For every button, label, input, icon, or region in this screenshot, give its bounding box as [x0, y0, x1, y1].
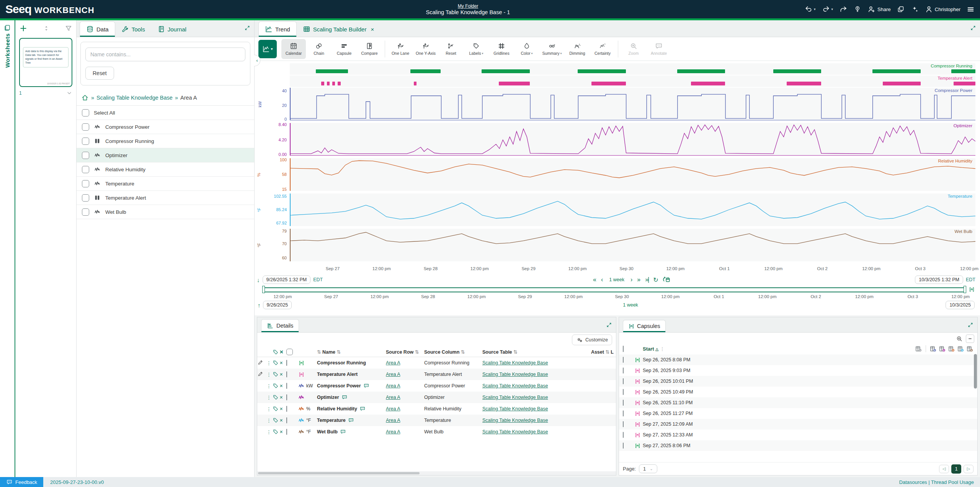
page-select[interactable]: 1⌄ — [639, 464, 657, 473]
customize-button[interactable]: Customize — [572, 335, 612, 345]
capsule-row[interactable]: Sep 26, 2025 8:08 PM — [619, 354, 977, 365]
capsule-lane-plot[interactable]: Compressor Running — [290, 63, 975, 75]
capsule-row-checkbox[interactable] — [623, 357, 624, 363]
signal-plot-compressor-power[interactable]: Compressor Power — [290, 88, 975, 120]
kebab-menu-icon[interactable]: ⋮ — [266, 406, 272, 412]
data-item-checkbox[interactable] — [82, 166, 89, 173]
details-row-compressor-running[interactable]: ⋮✕Compressor RunningArea ACompressor Run… — [257, 357, 616, 369]
tab-journal[interactable]: Journal — [151, 22, 193, 37]
source-table-link[interactable]: Scaling Table Knowledge Base — [482, 395, 566, 400]
signal-plot-temperature[interactable]: Temperature — [290, 193, 975, 226]
details-col-source-table[interactable]: Source Table ⇅ — [482, 349, 566, 355]
display-range-start[interactable]: 9/26/2025 1:32 PM — [263, 275, 311, 284]
details-row-checkbox[interactable] — [286, 394, 287, 400]
reset-button[interactable]: Reset — [85, 67, 114, 80]
search-input[interactable] — [85, 48, 245, 61]
capsule-bar[interactable] — [951, 69, 975, 73]
source-table-link[interactable]: Scaling Table Knowledge Base — [482, 429, 566, 435]
capsule-lane-plot[interactable]: Temperature Alert — [290, 75, 975, 87]
remove-item-icon[interactable]: ✕ — [279, 372, 286, 377]
remove-all-icon[interactable]: ✕ — [279, 349, 286, 355]
details-col-source-row[interactable]: Source Row ⇅ — [386, 349, 424, 355]
overview-scrollbar[interactable] — [263, 287, 965, 292]
details-row-checkbox[interactable] — [286, 371, 287, 377]
windows-button[interactable] — [897, 5, 905, 13]
add-column-icon[interactable] — [915, 345, 922, 353]
status-links[interactable]: Datasources | Thread Pool Usage — [899, 479, 980, 485]
toolbar-labels[interactable]: Labels ▾ — [464, 39, 488, 59]
data-item-checkbox[interactable] — [82, 208, 89, 216]
data-item-checkbox[interactable] — [82, 123, 89, 131]
data-item-checkbox[interactable] — [82, 194, 89, 202]
redo-button[interactable]: ▾ — [822, 5, 833, 13]
source-table-link[interactable]: Scaling Table Knowledge Base — [482, 418, 566, 423]
capsule-bar[interactable] — [591, 82, 626, 85]
capsule-row-checkbox[interactable] — [623, 432, 624, 438]
capsule-bar[interactable] — [787, 82, 821, 85]
capsule-bar[interactable] — [321, 82, 324, 85]
undo-button[interactable]: ▾ — [804, 5, 816, 13]
details-horizontal-scrollbar[interactable] — [257, 471, 616, 475]
investigate-range-start[interactable]: 9/26/2025 — [263, 301, 292, 309]
capsule-bar[interactable] — [578, 69, 626, 73]
details-col-asset[interactable]: Asset ⇅ L — [566, 349, 614, 355]
tab-details[interactable]: Details — [261, 319, 299, 332]
zoom-to-capsule-button[interactable] — [955, 335, 964, 343]
toolbar-capsule[interactable]: Capsule — [332, 39, 356, 59]
data-item-compressor-running[interactable]: Compressor Running — [77, 134, 254, 148]
capsule-bar[interactable] — [883, 82, 921, 85]
capsule-bar[interactable] — [338, 82, 340, 85]
data-item-checkbox[interactable] — [82, 138, 89, 145]
data-item-wet-bulb[interactable]: Wet Bulb — [77, 205, 254, 219]
capsule-bar[interactable] — [691, 82, 725, 85]
kebab-menu-icon[interactable]: ⋮ — [266, 429, 272, 435]
kebab-menu-icon[interactable]: ⋮ — [266, 360, 272, 366]
add-column-icon[interactable] — [948, 345, 955, 353]
add-column-icon[interactable] — [966, 345, 973, 353]
investigate-duration[interactable]: 1 week — [623, 302, 638, 308]
source-row-link[interactable]: Area A — [386, 372, 424, 377]
worksheet-thumbnail[interactable]: Add data to this display via the Data ta… — [19, 38, 72, 87]
remove-item-icon[interactable]: ✕ — [279, 384, 286, 389]
capsule-row-checkbox[interactable] — [623, 389, 624, 395]
close-tab-icon[interactable]: × — [371, 26, 374, 33]
tab-capsules[interactable]: Capsules — [623, 320, 666, 332]
capsule-bar[interactable] — [677, 69, 725, 73]
collapse-capsules-button[interactable] — [966, 335, 974, 343]
filter-worksheets-button[interactable] — [65, 25, 72, 32]
step-forward-much-button[interactable]: » — [637, 276, 640, 283]
capsule-bar[interactable] — [482, 69, 529, 73]
capsule-row[interactable]: Sep 27, 2025 8:06 PM — [619, 440, 977, 451]
capsule-bar[interactable] — [327, 82, 330, 85]
capsule-bar[interactable] — [332, 82, 335, 85]
add-column-icon[interactable] — [929, 345, 937, 353]
tab-tools[interactable]: Tools — [115, 22, 151, 37]
feedback-button[interactable]: Feedback — [0, 477, 43, 487]
data-item-checkbox[interactable] — [82, 152, 89, 159]
toolbar-color[interactable]: Color ▾ — [514, 39, 539, 59]
details-row-wet-bulb[interactable]: ⋮✕°FWet BulbArea AWet BulbScaling Table … — [257, 426, 616, 438]
remove-item-icon[interactable]: ✕ — [279, 361, 286, 366]
details-row-temperature[interactable]: ⋮✕°FTemperatureArea ATemperatureScaling … — [257, 415, 616, 426]
capsule-row[interactable]: Sep 26, 2025 10:49 PM — [619, 387, 977, 397]
source-row-link[interactable]: Area A — [386, 406, 424, 412]
folder-breadcrumb-link[interactable]: My Folder — [458, 3, 478, 9]
trend-chart[interactable]: Compressor RunningTemperature AlertkW402… — [255, 61, 980, 274]
worksheets-rail[interactable]: Worksheets — [0, 20, 15, 477]
toolbar-reset[interactable]: Reset — [439, 39, 463, 59]
signal-plot-wet-bulb[interactable]: Wet Bulb — [290, 229, 975, 261]
capsule-bar[interactable] — [410, 69, 441, 73]
copy-range-button[interactable] — [663, 276, 671, 284]
capsule-bar[interactable] — [414, 82, 416, 85]
tag-all-icon[interactable] — [272, 349, 279, 355]
next-page-button[interactable]: ▷ — [964, 465, 973, 473]
source-row-link[interactable]: Area A — [386, 395, 424, 400]
details-row-relative-humidity[interactable]: ⋮✕%Relative HumidityArea ARelative Humid… — [257, 403, 616, 415]
toolbar-one-lane[interactable]: One Lane — [388, 39, 413, 59]
capsule-row-checkbox[interactable] — [623, 400, 624, 406]
tab-scaling-table-builder[interactable]: Scaling Table Builder× — [297, 22, 381, 37]
capsule-row-checkbox[interactable] — [623, 378, 624, 384]
remove-item-icon[interactable]: ✕ — [279, 395, 286, 400]
refresh-button[interactable]: ↻ — [653, 276, 658, 284]
remove-item-icon[interactable]: ✕ — [279, 418, 286, 423]
